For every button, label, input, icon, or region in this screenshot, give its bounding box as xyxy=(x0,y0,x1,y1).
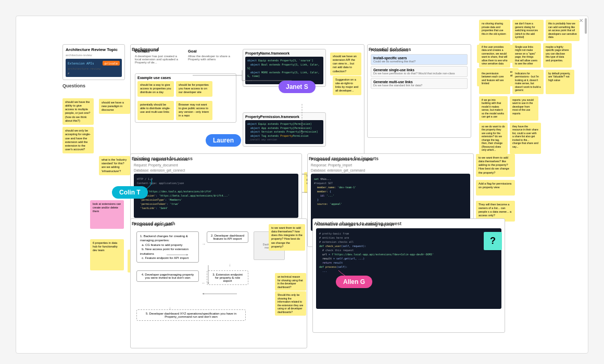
perm-framework-title: PropertyPermission.framework xyxy=(245,115,323,119)
existing-code-block: HTTP / 1.0 Content-type: application/jso… xyxy=(134,174,298,218)
sticky-single-use: should we only be accepting for single-u… xyxy=(62,127,94,153)
arch-inner: Extension APIs private architecture-revi… xyxy=(66,59,122,77)
example-note-4: Browser may not want to give public acce… xyxy=(176,101,212,120)
epic-box-3: 3. Extension endpoint for property & rol… xyxy=(207,270,248,285)
allen-cursor: Allen G xyxy=(336,276,372,288)
potential-section: Potential Solutions Install-specific use… xyxy=(367,44,471,138)
prop-framework-title: PropertyName.framework xyxy=(245,51,323,55)
close-button[interactable]: ✕ xyxy=(578,17,584,23)
sticky-paradigm: should we have a new paradigm in discour… xyxy=(99,99,130,114)
epic-arrow-2: → xyxy=(228,263,232,267)
lauren-name: Lauren xyxy=(213,137,234,144)
proposed-response-subtitle: Response: Property_import xyxy=(311,163,470,167)
right-sticky-6: maybe a highly specific page where you c… xyxy=(543,43,572,68)
bg-sticky-1: should we have an extension API the can … xyxy=(330,53,361,75)
scroll-indicator[interactable] xyxy=(585,18,587,34)
potential-multi-use: Generate multi-use links Do we have the … xyxy=(371,78,468,89)
sticky-industry: what is the 'industry standard' for this… xyxy=(99,156,130,175)
potential-single-use: Generate single-use links Do we have per… xyxy=(371,66,468,77)
epic-box-4: 4. Developer page/managing property you … xyxy=(136,270,199,282)
epic-box-1: 1. Backend changes for creating & managi… xyxy=(136,231,199,263)
right-sticky-3: this is probably how we can add somethin… xyxy=(546,20,580,41)
alt-label: Alternative changes to existing request xyxy=(314,221,401,226)
right-sticky-10: if we go into building with that model i… xyxy=(479,96,508,121)
epic-box-1-text: 1. Backend changes for creating & managi… xyxy=(140,234,195,260)
sticky-6-properties: 6 properties in data hub for functionali… xyxy=(90,239,124,270)
epic-box-5: 5. Developer dashboard XYZ operations/sp… xyxy=(136,309,246,321)
perm-framework-box: PropertyPermission.framework object Equi… xyxy=(243,112,326,147)
epic-box-2: 2. Developer dashboard feature to API ex… xyxy=(207,231,248,243)
goal-title: Goal xyxy=(188,49,235,54)
colin-name: Colin T xyxy=(119,189,141,196)
example-note-1: should be a way to give access to proper… xyxy=(137,81,174,97)
arch-inner-title: Extension APIs xyxy=(68,61,94,65)
example-note-3: potentially should be able to distribute… xyxy=(137,101,174,120)
epic-box-4-text: 4. Developer page/managing property you … xyxy=(140,273,195,279)
sticky-should-have: should we have the ability to give acces… xyxy=(62,98,94,125)
right-sticky-11: reports: you would want to use in the de… xyxy=(510,96,538,121)
janet-name: Janet S xyxy=(286,83,308,90)
potential-item3-sub: Do we have the standard link for data? xyxy=(373,84,465,87)
arch-hash: # xyxy=(68,72,120,75)
epic-arrow-1: → xyxy=(202,242,206,246)
proposed-sticky-add-flag: Add a flag for permissions on property v… xyxy=(476,180,515,196)
potential-item2: Generate single-use links xyxy=(373,68,465,72)
potential-item3: Generate multi-use links xyxy=(373,80,465,84)
epic-sticky-technical: an technical reason for showing using th… xyxy=(275,273,306,291)
perm-framework-code: object Equip extends Property[Permission… xyxy=(245,120,323,144)
context-text: A developer has just created a local ext… xyxy=(135,55,182,64)
goal-text: Allow the developer to share a Property … xyxy=(188,55,235,61)
right-sticky-7: the permission between each core and fea… xyxy=(479,70,510,94)
epic-label: Proposed epic path xyxy=(132,221,175,226)
example-note-2: should be for properties you have access… xyxy=(176,81,212,97)
goal-box: Goal Allow the developer to share a Prop… xyxy=(188,49,235,61)
right-sticky-13: they have the resource in their share li… xyxy=(510,123,541,154)
close-icon: ✕ xyxy=(579,18,583,23)
right-sticky-8: Indicators for permissions - but I'm loo… xyxy=(512,70,544,94)
existing-subtitle: Request: Property_document xyxy=(134,163,298,167)
potential-item1-sub: Could we do something like that? xyxy=(373,60,465,63)
example-use-title: Example use cases xyxy=(137,76,234,80)
epic-box-5-text: 5. Developer dashboard XYZ operations/sp… xyxy=(140,312,242,318)
arch-title: Architecture Review Topic xyxy=(66,47,122,52)
epic-sticky-showing: Should this only be showing the informat… xyxy=(275,291,306,316)
arch-subtitle: architecture-review xyxy=(66,54,122,57)
questions-section: Questions should we have the ability to … xyxy=(62,83,128,178)
architecture-section: Architecture Review Topic architecture-r… xyxy=(62,44,125,80)
proposed-response-label: Proposed response for imports xyxy=(309,156,379,161)
right-sticky-5: Single-use links might not make sense on… xyxy=(512,43,541,68)
alt-sticky-1: to we want them to add data themselves? … xyxy=(269,224,305,251)
right-stickies: no shoring sharing private data and prop… xyxy=(479,20,583,154)
sticky-pink-look: look at extensions can create and/or del… xyxy=(90,200,124,229)
questions-title: Questions xyxy=(62,83,128,88)
proposed-response-db: Database: extension_get_command xyxy=(311,168,470,172)
potential-item2-sub: Do we have permission to do that? Would … xyxy=(373,72,465,75)
example-use-box: Example use cases should be a way to giv… xyxy=(135,73,236,123)
epic-arrow-3: ← xyxy=(202,281,206,285)
main-canvas[interactable]: Architecture Review Topic architecture-r… xyxy=(0,0,604,364)
right-sticky-4: if the user provides data and creates a … xyxy=(479,43,510,68)
potential-install: Install-specific users Could we do somet… xyxy=(371,54,468,65)
example-use-notes: should be a way to give access to proper… xyxy=(137,81,234,120)
epic-box-3-text: 3. Extension endpoint for property & rol… xyxy=(210,273,245,282)
potential-label: Potential Solutions xyxy=(369,47,411,52)
colin-cursor: Colin T xyxy=(112,186,148,199)
existing-label: Existing request for access xyxy=(132,156,193,161)
epic-box-2-text: 2. Developer dashboard feature to API ex… xyxy=(210,234,245,240)
lauren-cursor: Lauren xyxy=(206,134,241,147)
alt-code-block: # pretty-basic from # entities here are … xyxy=(316,228,501,309)
arch-badge: private xyxy=(103,61,120,66)
existing-db: Database: extension_get_connect xyxy=(134,168,298,172)
proposed-sticky-1: to we want them to add data themselves? … xyxy=(476,154,515,177)
right-sticky-1: no shoring sharing private data and prop… xyxy=(479,20,510,41)
janet-cursor: Janet S xyxy=(279,81,316,93)
arch-inner-subtitle: architecture-review xyxy=(68,67,120,70)
right-sticky-9: by default property, are 'Valuable'? not… xyxy=(546,70,574,94)
background-label: Background xyxy=(132,47,159,52)
right-sticky-2: we don't have a generic dialog for switc… xyxy=(512,20,544,41)
allen-name: Allen G xyxy=(343,278,365,285)
potential-item1: Install-specific users xyxy=(373,56,465,60)
right-sticky-12: so we do want to do the property they ar… xyxy=(479,123,508,154)
alt-question-sticky: ? xyxy=(484,232,502,250)
bg-sticky-2: Suggestion on a site-at-right-to links b… xyxy=(333,76,361,95)
